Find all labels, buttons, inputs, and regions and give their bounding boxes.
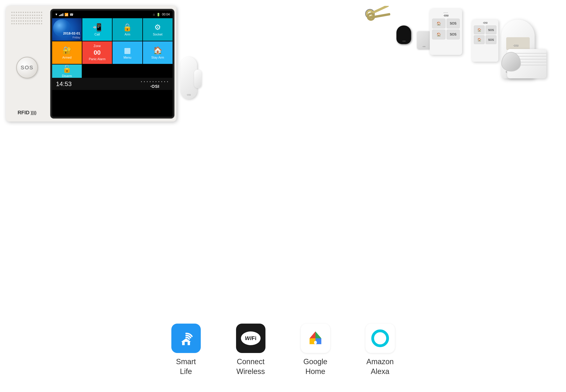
socket-label: Socket	[153, 33, 163, 36]
grille-dot	[34, 17, 35, 19]
tile-call[interactable]: 📲 Call	[82, 18, 112, 41]
rfid-wifi-icon: ))))	[30, 110, 36, 115]
speaker-grille	[11, 12, 43, 26]
zone-label: Zone	[94, 44, 100, 48]
call-icon: 📲	[93, 23, 102, 31]
tile-stay[interactable]: 🏠 Stay Arm	[143, 41, 172, 64]
touchscreen[interactable]: ▼ 📶 ☎ ⌂ 🔋 00:04	[52, 11, 172, 117]
date-main: 2018-02-01	[63, 31, 80, 36]
grille-dot	[25, 20, 26, 22]
osi-logo-screen: • • • • • • • • • • ·OSI	[141, 79, 169, 89]
screen-grid: 2018-02-01 Friday 📲 Call 🔒 Arm ⚙ Socket	[52, 18, 172, 78]
grille-dot	[27, 12, 28, 13]
tile-panic[interactable]: Zone 00 Panic Alarm	[82, 41, 112, 64]
bar1	[59, 15, 60, 16]
tile-menu[interactable]: ▦ Menu	[113, 41, 142, 64]
tile-socket[interactable]: ⚙ Socket	[143, 18, 172, 41]
grille-dot	[30, 23, 31, 24]
grille-dot	[32, 20, 33, 22]
grille-dot	[11, 20, 13, 22]
svg-rect-11	[314, 341, 317, 344]
sos-label: SOS	[21, 65, 33, 71]
grille-dot	[25, 17, 26, 19]
grille-dot	[36, 23, 38, 24]
grille-dot	[23, 15, 24, 16]
svg-marker-7	[310, 331, 315, 338]
remote1-btn3[interactable]: 🏠	[432, 29, 445, 39]
card-osi-label: ·OSI	[422, 46, 425, 47]
grille-dot	[39, 23, 40, 24]
tile-arm[interactable]: 🔒 Arm	[113, 18, 142, 41]
grille-dot	[18, 23, 19, 24]
remote1-btn1[interactable]: 🏠	[432, 19, 445, 28]
remote-1: ····· ·OSI 🏠 SOS 🏠 SOS	[430, 9, 462, 55]
grille-dot	[14, 17, 15, 19]
grille-dot	[25, 23, 26, 24]
siren: ·OSI	[499, 43, 560, 94]
grille-dot	[39, 15, 40, 16]
grille-dot	[16, 17, 17, 19]
remote2-btn2[interactable]: SOS	[486, 26, 496, 34]
key-icon: ⌂	[153, 13, 155, 16]
grille-dot	[34, 15, 35, 16]
tile-disarm[interactable]: 🔓 Disarm	[52, 65, 82, 78]
grille-dot	[36, 20, 38, 22]
remote1-btn4[interactable]: SOS	[447, 29, 460, 39]
alexa-label: AmazonAlexa	[367, 357, 394, 376]
bar3	[61, 14, 62, 16]
remote1-btn2[interactable]: SOS	[447, 19, 460, 28]
door-osi-label: ·OSI	[186, 94, 191, 96]
tile-armed[interactable]: 🔐 Armed	[52, 41, 82, 64]
grille-dot	[16, 23, 17, 24]
wifi-oval: WiFi	[241, 331, 261, 345]
remote1-buttons: 🏠 SOS 🏠 SOS	[432, 19, 460, 39]
grille-dot	[32, 23, 33, 24]
status-bar-left: ▼ 📶 ☎	[55, 13, 74, 16]
grille-dot	[11, 12, 13, 13]
call-label: Call	[95, 33, 100, 36]
keys-group	[354, 6, 397, 38]
grille-dot	[39, 12, 40, 13]
grille-dot	[34, 23, 35, 24]
date-text: 2018-02-01 Friday	[63, 31, 80, 39]
remote2-brand: ·OSI	[474, 22, 496, 24]
grille-dot	[14, 15, 15, 16]
remote2-btn3[interactable]: 🏠	[474, 35, 485, 44]
svg-rect-6	[185, 342, 188, 345]
grille-dot	[36, 17, 38, 19]
svg-marker-8	[315, 331, 321, 338]
sos-button[interactable]: SOS	[16, 57, 38, 78]
bottom-bar: 14:53 • • • • • • • • • • ·OSI	[52, 78, 172, 90]
grille-dot	[23, 20, 24, 22]
grille-dot	[25, 15, 26, 16]
grille-dot	[32, 12, 33, 13]
bar4	[63, 13, 63, 16]
grille-dot	[16, 12, 17, 13]
armed-label: Armed	[62, 56, 71, 59]
date-day: Friday	[63, 36, 80, 39]
stay-label: Stay Arm	[151, 56, 164, 59]
remote1-brand: ····· ·OSI	[432, 11, 460, 17]
grille-dot	[41, 15, 42, 16]
time-display: 14:53	[56, 80, 72, 88]
alexa-ring	[371, 329, 389, 347]
remote2-btn4[interactable]: SOS	[486, 35, 496, 44]
arm-label: Arm	[125, 33, 130, 36]
grille-dot	[30, 17, 31, 19]
wifi-icon-box: WiFi	[236, 323, 266, 353]
smart-life-label: SmartLife	[176, 357, 196, 376]
disarm-icon: 🔓	[62, 65, 71, 73]
armed-icon: 🔐	[62, 46, 71, 55]
battery-icon: 🔋	[156, 13, 160, 16]
grille-dot	[11, 23, 13, 24]
arm-icon: 🔒	[123, 23, 132, 31]
grille-dot	[27, 17, 28, 19]
remote2-btn1[interactable]: 🏠	[474, 26, 485, 34]
remote2-buttons: 🏠 SOS 🏠 SOS	[474, 26, 496, 44]
tile-date-world[interactable]: 2018-02-01 Friday	[52, 18, 82, 41]
grille-dot	[14, 23, 15, 24]
google-home-icon-box	[301, 323, 330, 353]
siren-body-group: ·OSI	[499, 43, 554, 82]
fob-osi-label: ·OSI	[402, 40, 405, 42]
feature-smart-life: SmartLife	[171, 323, 201, 376]
